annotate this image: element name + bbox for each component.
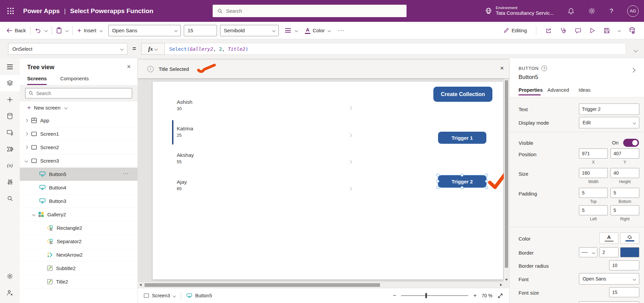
- app-checker-button[interactable]: [560, 27, 567, 34]
- rail-search-button[interactable]: [0, 190, 20, 207]
- chevron-right-icon[interactable]: [25, 119, 28, 122]
- rail-insert-button[interactable]: [0, 91, 20, 108]
- tree-view-close-icon[interactable]: ×: [127, 63, 131, 70]
- create-collection-button[interactable]: Create Collection: [433, 87, 492, 102]
- gallery-next-arrow[interactable]: [349, 159, 352, 165]
- screen-canvas[interactable]: Create Collection Ashish 30 Katrina 25 A…: [153, 82, 503, 279]
- formula-input[interactable]: Select(Gallery2, 2, Title2): [165, 43, 626, 55]
- tree-item-button4[interactable]: Button4: [20, 181, 138, 194]
- trigger2-button[interactable]: Trigger 2: [438, 175, 486, 187]
- zoom-in-button[interactable]: +: [473, 292, 477, 299]
- tree-item-app[interactable]: App: [20, 114, 138, 127]
- insert-button[interactable]: + Insert: [77, 27, 102, 34]
- tree-item-separator2[interactable]: Separator2: [20, 235, 138, 248]
- notifications-icon[interactable]: [568, 8, 574, 14]
- rail-advanced-tools-button[interactable]: [0, 174, 20, 190]
- chevron-right-icon[interactable]: [25, 146, 28, 149]
- property-dropdown[interactable]: OnSelect: [8, 43, 127, 55]
- alignment-button[interactable]: [285, 28, 298, 33]
- tree-search-box[interactable]: [25, 88, 132, 98]
- horizontal-scrollbar[interactable]: [138, 282, 509, 288]
- padding-left-input[interactable]: [579, 205, 608, 215]
- save-menu-chevron[interactable]: [618, 29, 621, 32]
- tab-ideas[interactable]: Ideas: [579, 87, 590, 93]
- paste-button[interactable]: [56, 27, 62, 34]
- share-button[interactable]: [545, 28, 552, 34]
- fit-screen-icon[interactable]: [497, 293, 503, 299]
- item-overflow-icon[interactable]: ···: [123, 170, 129, 176]
- font-size-input[interactable]: [184, 25, 217, 36]
- environment-picker[interactable]: Environment Tata Consultancy Servic...: [485, 5, 554, 16]
- size-height-input[interactable]: [610, 168, 639, 178]
- tree-item-screen3[interactable]: Screen3: [20, 154, 138, 168]
- zoom-out-button[interactable]: −: [393, 292, 396, 299]
- tree-item-screen1[interactable]: Screen1: [20, 127, 138, 141]
- rail-variables-button[interactable]: (x): [0, 157, 20, 174]
- undo-menu-chevron[interactable]: [45, 29, 47, 32]
- tree-item-subtitle2[interactable]: Subtitle2: [20, 262, 138, 275]
- global-search[interactable]: [213, 5, 407, 17]
- gallery-item[interactable]: Akshay 55: [177, 152, 194, 164]
- resize-handle[interactable]: [485, 186, 488, 189]
- padding-bottom-input[interactable]: [610, 188, 639, 198]
- waffle-icon[interactable]: [7, 8, 14, 14]
- font-dropdown[interactable]: Open Sans: [579, 273, 639, 285]
- zoom-slider[interactable]: [401, 293, 468, 299]
- paste-menu-chevron[interactable]: [66, 29, 68, 32]
- tree-item-button5[interactable]: Button5 ···: [20, 168, 138, 181]
- rail-data-button[interactable]: [0, 108, 20, 124]
- gallery-next-arrow[interactable]: [349, 104, 352, 111]
- zoom-slider-handle[interactable]: [425, 293, 427, 298]
- comments-button[interactable]: [575, 28, 581, 34]
- tab-screens[interactable]: Screens: [27, 76, 47, 85]
- gallery-item[interactable]: Katrina 25: [177, 126, 193, 138]
- font-size-input[interactable]: [609, 287, 639, 297]
- tab-properties[interactable]: Properties: [519, 87, 543, 93]
- rail-media-button[interactable]: [0, 124, 20, 141]
- trigger1-button[interactable]: Trigger 1: [438, 132, 486, 144]
- back-button[interactable]: Back: [7, 28, 26, 33]
- font-weight-dropdown[interactable]: Semibold: [220, 25, 279, 36]
- notification-close-icon[interactable]: ×: [500, 65, 504, 71]
- chevron-right-icon[interactable]: [25, 132, 28, 136]
- editing-mode-button[interactable]: Editing: [503, 28, 527, 33]
- avatar[interactable]: AG: [627, 5, 639, 17]
- font-family-dropdown[interactable]: Open Sans: [108, 25, 181, 36]
- tab-advanced[interactable]: Advanced: [547, 87, 569, 93]
- resize-handle[interactable]: [485, 174, 488, 177]
- tree-item-button3[interactable]: Button3: [20, 194, 138, 208]
- border-radius-input[interactable]: [609, 260, 639, 270]
- tree-item-nextarrow2[interactable]: NextArrow2: [20, 248, 138, 262]
- resize-handle[interactable]: [461, 174, 464, 177]
- screen-picker-chevron[interactable]: [173, 294, 176, 297]
- new-screen-button[interactable]: + New screen: [20, 101, 138, 114]
- scroll-right-arrow[interactable]: [500, 284, 502, 286]
- resize-handle[interactable]: [436, 180, 439, 183]
- resize-handle[interactable]: [436, 186, 439, 189]
- text-value-input[interactable]: [579, 103, 639, 115]
- search-input[interactable]: [226, 8, 387, 14]
- rail-tree-view-button[interactable]: [0, 75, 20, 91]
- visible-toggle[interactable]: [623, 139, 639, 147]
- resize-handle[interactable]: [436, 174, 439, 177]
- help-icon[interactable]: ?: [609, 7, 613, 15]
- fill-color-button[interactable]: [620, 232, 639, 244]
- scrollbar-thumb[interactable]: [145, 283, 380, 287]
- save-button[interactable]: [604, 28, 610, 34]
- border-color-swatch[interactable]: [620, 247, 639, 257]
- preview-button[interactable]: [590, 28, 595, 34]
- rail-menu-button[interactable]: [0, 58, 20, 75]
- rail-settings-button[interactable]: [0, 268, 20, 285]
- tree-search-input[interactable]: [36, 91, 129, 96]
- scroll-left-arrow[interactable]: [140, 284, 142, 286]
- formula-bar-expand-chevron[interactable]: [634, 47, 637, 53]
- resize-handle[interactable]: [485, 180, 488, 183]
- undo-button[interactable]: [35, 28, 41, 34]
- border-width-input[interactable]: [599, 247, 619, 257]
- gallery-next-arrow[interactable]: [349, 132, 352, 138]
- help-circle-icon[interactable]: ?: [541, 66, 547, 71]
- gallery-item[interactable]: Ajay 65: [177, 179, 187, 191]
- chevron-down-icon[interactable]: [32, 213, 36, 216]
- gallery-next-arrow[interactable]: [349, 185, 352, 191]
- size-width-input[interactable]: [579, 168, 608, 178]
